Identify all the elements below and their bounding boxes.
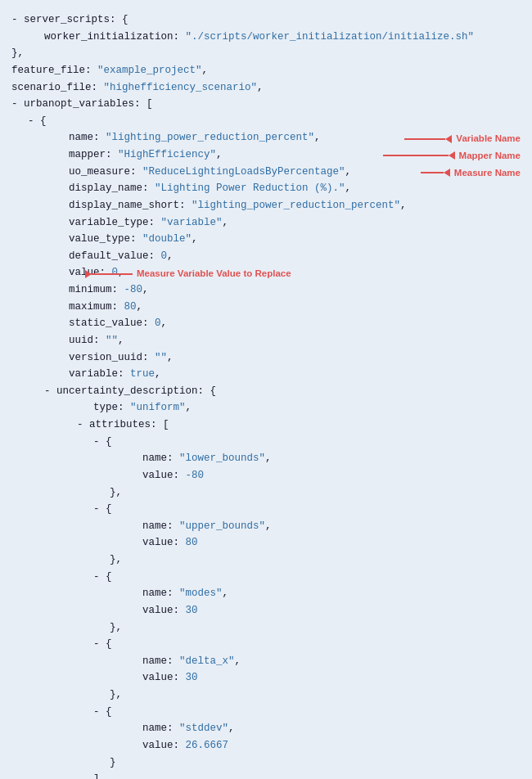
code-line-wrapper: name: "lighting_power_reduction_percent"… bbox=[11, 129, 524, 146]
string-value: "./scripts/worker_initialization/initial… bbox=[186, 29, 475, 46]
code-line: type: "uniform", bbox=[11, 399, 524, 417]
bracket: [ bbox=[163, 417, 169, 434]
string-value: "" bbox=[106, 332, 118, 349]
brace: { bbox=[106, 569, 112, 586]
bool-value: true bbox=[130, 366, 155, 383]
code-line: - { bbox=[11, 636, 524, 653]
code-line: version_uuid: "", bbox=[11, 349, 524, 367]
key: urbanopt_variables bbox=[24, 96, 134, 113]
variable-name-annotation: Variable Name bbox=[404, 131, 521, 146]
colon: : bbox=[112, 281, 124, 299]
key: , bbox=[257, 79, 264, 97]
key: name bbox=[44, 129, 93, 146]
colon: : bbox=[179, 197, 192, 214]
key: feature_file bbox=[11, 62, 85, 79]
colon: : bbox=[149, 214, 161, 232]
code-line: variable: true, bbox=[11, 366, 524, 383]
colon: : bbox=[118, 366, 130, 383]
key: , bbox=[345, 180, 352, 197]
string-value: "ReduceLightingLoadsByPercentage" bbox=[142, 164, 345, 181]
code-line: variable_type: "variable", bbox=[11, 214, 524, 232]
num-value: 80 bbox=[124, 299, 137, 316]
colon: : bbox=[167, 518, 179, 535]
key: scenario_file bbox=[11, 79, 92, 97]
colon: : bbox=[198, 383, 210, 400]
colon: : bbox=[167, 653, 179, 670]
dash: - bbox=[28, 113, 40, 130]
num-value: -80 bbox=[124, 281, 143, 299]
brace: { bbox=[40, 113, 47, 130]
key: uuid bbox=[44, 332, 93, 349]
code-line: name: "stddev", bbox=[11, 720, 524, 737]
colon: : bbox=[110, 11, 122, 29]
num-value: 0 bbox=[161, 248, 168, 265]
key: server_scripts bbox=[24, 11, 110, 29]
key: name bbox=[142, 518, 167, 535]
code-line: - { bbox=[11, 704, 524, 721]
string-value: "Lighting Power Reduction (%)." bbox=[155, 180, 345, 197]
key: default_value bbox=[44, 248, 149, 265]
code-line: - attributes: [ bbox=[11, 417, 524, 434]
code-line-wrapper: uo_measure: "ReduceLightingLoadsByPercen… bbox=[11, 164, 524, 181]
dash: - bbox=[93, 501, 106, 518]
string-value: "lighting_power_reduction_percent" bbox=[106, 129, 314, 146]
bracket: [ bbox=[147, 96, 153, 113]
code-line: name: "lower_bounds", bbox=[11, 450, 524, 467]
key: display_name_short bbox=[44, 197, 179, 214]
key: name bbox=[142, 720, 167, 737]
key: worker_initialization bbox=[44, 29, 174, 46]
mapper-name-annotation: Mapper Name bbox=[383, 148, 521, 164]
colon: : bbox=[130, 231, 142, 248]
string-value: "example_project" bbox=[97, 62, 202, 79]
code-line: - { bbox=[11, 113, 524, 130]
key: name bbox=[142, 585, 167, 602]
brace: { bbox=[210, 383, 217, 400]
key: , bbox=[202, 62, 209, 79]
colon: : bbox=[167, 585, 179, 602]
key: type bbox=[93, 399, 118, 417]
colon: : bbox=[151, 417, 163, 434]
measure-variable-annotation: Measure Variable Value to Replace bbox=[85, 266, 291, 281]
key: minimum bbox=[44, 281, 112, 299]
code-line: value: 30 bbox=[11, 669, 524, 687]
key: , bbox=[167, 248, 174, 265]
key: , bbox=[265, 450, 272, 467]
key: uo_measure bbox=[44, 164, 130, 181]
colon: : bbox=[118, 399, 130, 417]
brace: }, bbox=[110, 687, 122, 704]
key: version_uuid bbox=[44, 349, 142, 367]
key: value bbox=[142, 602, 174, 619]
key: , bbox=[167, 349, 174, 367]
colon: : bbox=[142, 315, 155, 332]
string-value: "double" bbox=[142, 231, 192, 248]
code-line: value: 80 bbox=[11, 534, 524, 552]
brace: }, bbox=[110, 619, 122, 637]
dash: - bbox=[93, 434, 106, 451]
code-line: ] bbox=[11, 771, 524, 779]
colon: : bbox=[167, 720, 179, 737]
key: , bbox=[223, 214, 229, 232]
code-line-wrapper: value: 0, Measure Variable Value to Repl… bbox=[11, 264, 524, 281]
string-value: "lighting_power_reduction_percent" bbox=[192, 197, 400, 214]
code-line: value_type: "double", bbox=[11, 231, 524, 248]
key: variable_type bbox=[44, 214, 149, 232]
code-line: uuid: "", bbox=[11, 332, 524, 349]
key: uncertainty_description bbox=[56, 383, 198, 400]
string-value: "" bbox=[155, 349, 167, 367]
key: maximum bbox=[44, 299, 112, 316]
code-line: display_name: "Lighting Power Reduction … bbox=[11, 180, 524, 197]
dash: - bbox=[44, 383, 56, 400]
dash: - bbox=[77, 417, 89, 434]
key: variable bbox=[44, 366, 118, 383]
code-line: - server_scripts: { bbox=[11, 11, 524, 29]
num-value: 26.6667 bbox=[186, 737, 229, 754]
dash: - bbox=[11, 96, 24, 113]
code-line: value: 26.6667 bbox=[11, 737, 524, 754]
string-value: "modes" bbox=[179, 585, 223, 602]
measure-name-label: Measure Name bbox=[454, 165, 521, 181]
dash: - bbox=[93, 704, 106, 721]
key: , bbox=[314, 129, 321, 146]
key: , bbox=[155, 366, 161, 383]
num-value: 30 bbox=[186, 602, 198, 619]
colon: : bbox=[174, 737, 186, 754]
